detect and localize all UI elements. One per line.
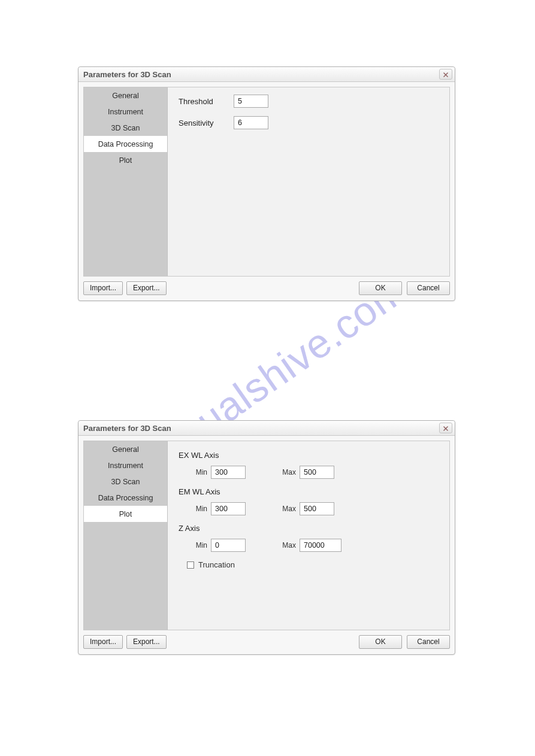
truncation-label: Truncation: [198, 560, 235, 569]
z-min-input[interactable]: [211, 539, 246, 552]
em-max-input[interactable]: [300, 502, 334, 515]
z-axis-label: Z Axis: [179, 524, 439, 533]
dialog-footer: Import... Export... OK Cancel: [83, 634, 450, 649]
em-max-label: Max: [276, 505, 300, 513]
z-max-label: Max: [276, 541, 300, 549]
dialog-footer: Import... Export... OK Cancel: [83, 280, 450, 296]
em-min-label: Min: [187, 505, 211, 513]
dialog-title: Parameters for 3D Scan: [83, 424, 171, 433]
sidebar-item-label: Data Processing: [98, 494, 153, 502]
export-button[interactable]: Export...: [126, 281, 167, 295]
dialog-parameters-data-processing: Parameters for 3D Scan General Instrumen…: [78, 66, 455, 301]
close-button[interactable]: [439, 423, 452, 433]
threshold-label: Threshold: [179, 97, 234, 106]
ex-wl-axis-label: EX WL Axis: [179, 451, 439, 460]
sensitivity-label: Sensitivity: [179, 119, 234, 127]
em-wl-axis-label: EM WL Axis: [179, 487, 439, 496]
sidebar-item-general[interactable]: General: [84, 441, 167, 457]
sidebar-item-label: General: [112, 92, 138, 100]
ex-max-label: Max: [276, 468, 300, 476]
sidebar-item-data-processing[interactable]: Data Processing: [84, 136, 167, 152]
close-icon: [443, 424, 448, 433]
import-button[interactable]: Import...: [83, 635, 123, 649]
sidebar-item-data-processing[interactable]: Data Processing: [84, 490, 167, 506]
threshold-input[interactable]: [234, 95, 268, 108]
sidebar-item-plot[interactable]: Plot: [84, 506, 167, 522]
sidebar-item-3d-scan[interactable]: 3D Scan: [84, 120, 167, 136]
sidebar-item-instrument[interactable]: Instrument: [84, 457, 167, 473]
sidebar-item-label: General: [112, 445, 138, 454]
ok-button[interactable]: OK: [359, 281, 402, 295]
sidebar-item-instrument[interactable]: Instrument: [84, 104, 167, 120]
sidebar-item-label: 3D Scan: [111, 478, 140, 486]
close-button[interactable]: [439, 69, 452, 80]
import-button[interactable]: Import...: [83, 281, 123, 295]
sidebar-tabs: General Instrument 3D Scan Data Processi…: [84, 87, 168, 276]
sidebar-item-label: Instrument: [108, 108, 143, 116]
sidebar-tabs: General Instrument 3D Scan Data Processi…: [84, 441, 168, 630]
ok-button[interactable]: OK: [359, 635, 402, 649]
sensitivity-input[interactable]: [234, 116, 268, 129]
dialog-parameters-plot: Parameters for 3D Scan General Instrumen…: [78, 420, 455, 655]
dialog-body: General Instrument 3D Scan Data Processi…: [83, 441, 450, 630]
dialog-title: Parameters for 3D Scan: [83, 70, 171, 79]
close-icon: [443, 70, 448, 79]
dialog-body: General Instrument 3D Scan Data Processi…: [83, 87, 450, 277]
z-min-label: Min: [187, 541, 211, 549]
sidebar-item-label: Plot: [119, 156, 132, 165]
cancel-button[interactable]: Cancel: [407, 635, 450, 649]
sidebar-item-plot[interactable]: Plot: [84, 152, 167, 168]
export-button[interactable]: Export...: [126, 635, 167, 649]
truncation-checkbox[interactable]: Truncation: [179, 560, 439, 569]
ex-min-input[interactable]: [211, 466, 246, 479]
sidebar-item-label: Data Processing: [98, 140, 153, 148]
sidebar-item-label: 3D Scan: [111, 124, 140, 132]
sidebar-item-general[interactable]: General: [84, 87, 167, 104]
sidebar-item-3d-scan[interactable]: 3D Scan: [84, 473, 167, 490]
panel-plot: EX WL Axis Min Max EM WL Axis Min: [168, 441, 449, 630]
ex-min-label: Min: [187, 468, 211, 476]
titlebar: Parameters for 3D Scan: [78, 67, 455, 82]
panel-data-processing: Threshold Sensitivity: [168, 87, 449, 276]
em-min-input[interactable]: [211, 502, 246, 515]
cancel-button[interactable]: Cancel: [407, 281, 450, 295]
ex-max-input[interactable]: [300, 466, 334, 479]
z-max-input[interactable]: [300, 539, 341, 552]
sidebar-item-label: Plot: [119, 510, 132, 518]
sidebar-item-label: Instrument: [108, 462, 143, 470]
titlebar: Parameters for 3D Scan: [78, 421, 455, 436]
checkbox-box-icon: [187, 561, 194, 569]
